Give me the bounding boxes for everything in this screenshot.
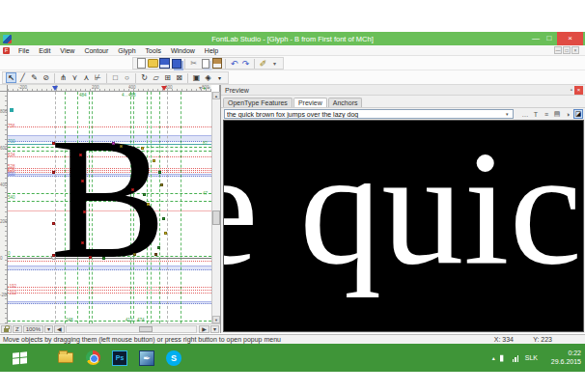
menu-item[interactable]: Tools — [141, 45, 166, 56]
magic-wand-tool[interactable]: ⋏ — [81, 72, 92, 83]
list-view-button[interactable]: ≡ — [542, 109, 551, 119]
menu-item[interactable]: Glyph — [113, 45, 140, 56]
edit-tool[interactable]: ↖ — [6, 72, 16, 83]
knife-tool[interactable]: ⋎ — [70, 72, 80, 83]
network-icon[interactable] — [513, 354, 520, 362]
lock-icon — [4, 328, 9, 332]
redo-icon[interactable]: ↷ — [240, 58, 251, 69]
glyph-canvas[interactable]: B 484 4↔488 248 412↔474 7567006345285255… — [8, 92, 211, 323]
taskbar-skype[interactable]: S — [162, 347, 185, 369]
contrast-button[interactable]: ◑ — [563, 109, 572, 119]
menu-item[interactable]: Edit — [34, 45, 55, 56]
eraser-tool[interactable]: ⊘ — [41, 72, 51, 83]
minimize-button[interactable]: — — [529, 32, 543, 45]
toolbar-more-icon[interactable]: ▾ — [269, 58, 280, 69]
guide-handle[interactable] — [10, 108, 14, 112]
windows-logo-icon — [13, 351, 27, 365]
options-button[interactable]: … — [520, 109, 530, 119]
sample-text-input[interactable] — [224, 109, 514, 119]
node-point — [83, 210, 86, 213]
restore-button[interactable]: □ — [543, 32, 556, 45]
hint-line — [181, 92, 181, 323]
zoom-dropdown-icon[interactable]: ▾ — [44, 325, 53, 333]
print-button[interactable]: ▤ — [552, 109, 562, 119]
pencil-tool[interactable]: ✎ — [29, 72, 40, 83]
vertical-ruler[interactable]: 8006004002000-200 — [0, 92, 8, 323]
ruler-close-icon[interactable]: × — [207, 85, 210, 92]
preview-panel-titlebar[interactable]: Preview ▪ × — [221, 85, 585, 96]
drawing-tool[interactable]: ⊬ — [93, 72, 103, 83]
toolbar-separator — [184, 59, 185, 69]
inverse-button[interactable]: ◪ — [573, 109, 583, 119]
menu-item[interactable]: Contour — [79, 45, 113, 56]
taskbar-photoshop[interactable]: Ps — [108, 347, 131, 369]
slant-tool[interactable]: ▱ — [151, 72, 161, 83]
preview-close-button[interactable]: × — [574, 86, 583, 95]
rotate-tool[interactable]: ↻ — [139, 72, 150, 83]
rectangle-tool[interactable]: □ — [110, 72, 121, 83]
open-icon[interactable] — [148, 58, 158, 69]
lock-button[interactable] — [1, 325, 12, 333]
save-all-icon[interactable] — [171, 58, 181, 69]
bottom-dropdown-icon[interactable]: ▾ — [210, 325, 219, 333]
horizontal-ruler[interactable]: -2000200400600800 ▾ + × — [8, 85, 211, 92]
undo-icon[interactable]: ↶ — [229, 58, 239, 69]
add-guide-icon[interactable]: + — [203, 85, 207, 92]
copy-icon[interactable] — [200, 58, 210, 69]
paste-icon[interactable] — [211, 58, 222, 69]
close-button[interactable]: × — [557, 32, 583, 45]
vertical-scrollbar[interactable]: ▲ ▼ — [211, 92, 220, 323]
hscroll-thumb[interactable] — [139, 326, 153, 332]
scroll-up-icon[interactable]: ▲ — [212, 92, 220, 99]
action-center-icon[interactable] — [500, 354, 508, 362]
vectorpaint-icon[interactable]: ✐ — [258, 58, 268, 69]
taskbar-chrome[interactable] — [81, 347, 104, 369]
save-icon[interactable] — [159, 58, 170, 69]
taskbar-explorer[interactable] — [54, 347, 77, 369]
snap-icon[interactable]: ▣ — [191, 72, 202, 83]
zoom-level[interactable]: 100% — [23, 325, 43, 333]
mdi-minimize-button[interactable]: — — [554, 46, 562, 54]
menu-item[interactable]: View — [55, 45, 79, 56]
pin-icon[interactable]: ▪ — [571, 87, 572, 93]
mdi-close-button[interactable]: × — [571, 46, 579, 54]
waterfall-button[interactable]: T — [531, 109, 541, 119]
menu-item[interactable]: Help — [200, 45, 223, 56]
preview-render-area[interactable]: the quick brown fox jumps over the lazy … — [223, 120, 584, 332]
tools-more-icon[interactable]: ▾ — [214, 72, 225, 83]
node-point — [154, 253, 157, 256]
input-dropdown-icon[interactable]: ▾ — [506, 111, 509, 117]
start-button[interactable] — [0, 344, 39, 372]
scroll-down-icon[interactable]: ▼ — [212, 316, 220, 323]
scroll-left-icon[interactable]: ◀ — [54, 325, 65, 333]
ruler-caret-icon[interactable]: ▾ — [199, 85, 202, 92]
cursor-y-coordinate: Y: 223 — [533, 336, 552, 343]
taskbar-fontlab[interactable]: ✒ — [135, 347, 158, 369]
line-tool[interactable]: ╱ — [17, 72, 28, 83]
menu-item[interactable]: Window — [166, 45, 200, 56]
new-icon[interactable] — [136, 58, 147, 69]
tray-expand-icon[interactable]: ▴ — [492, 354, 495, 361]
ruler-number: 600 — [0, 146, 8, 151]
clock[interactable]: 0:22 29.6.2015 — [543, 350, 581, 366]
scroll-right-icon[interactable]: ▶ — [199, 325, 209, 333]
vscroll-thumb[interactable] — [212, 210, 220, 225]
mdi-restore-button[interactable]: □ — [563, 46, 571, 54]
guides-icon[interactable]: ◈ — [203, 72, 213, 83]
sidebearing-line — [167, 92, 168, 323]
cut-icon[interactable]: ✂ — [188, 58, 199, 69]
free-transform-tool[interactable]: ⊠ — [174, 72, 184, 83]
node-point — [162, 217, 165, 220]
language-indicator[interactable]: SLK — [525, 354, 538, 361]
zoom-mode-button[interactable]: Z — [13, 325, 22, 333]
ruler-number: 0 — [0, 256, 3, 261]
ellipse-tool[interactable]: ○ — [122, 72, 132, 83]
preview-tab[interactable]: OpenType Features — [223, 98, 292, 107]
scale-tool[interactable]: ⊞ — [162, 72, 173, 83]
tray-date: 29.6.2015 — [543, 358, 581, 366]
horizontal-scrollbar[interactable] — [66, 325, 198, 333]
preview-tab[interactable]: Anchors — [328, 98, 363, 107]
glyph-outline[interactable]: B — [50, 112, 166, 286]
menu-item[interactable]: File — [14, 45, 34, 56]
meter-tool[interactable]: ⋔ — [58, 72, 69, 83]
